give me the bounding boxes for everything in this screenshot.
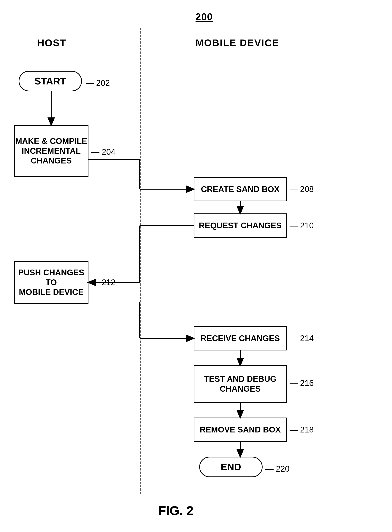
ref-208: — 208	[289, 185, 314, 194]
figure-caption: FIG. 2	[158, 503, 193, 518]
ref-202: — 202	[86, 78, 110, 88]
box-request-changes: REQUEST CHANGES	[194, 214, 287, 238]
box-create-sandbox: CREATE SAND BOX	[194, 177, 287, 201]
col-host-label: HOST	[37, 37, 66, 48]
col-mobile-label: MOBILE DEVICE	[196, 37, 279, 48]
box-test-debug: TEST AND DEBUGCHANGES	[194, 365, 287, 403]
start-node: START	[19, 71, 82, 91]
column-divider	[140, 28, 141, 494]
box-remove-sandbox: REMOVE SAND BOX	[194, 418, 287, 442]
ref-212: — 212	[91, 278, 116, 287]
box-receive-changes: RECEIVE CHANGES	[194, 326, 287, 351]
ref-218: — 218	[289, 425, 314, 434]
diagram-container: 200 HOST MOBILE DEVICE START — 202 MAKE …	[0, 0, 392, 532]
ref-220: — 220	[265, 464, 289, 474]
ref-216: — 216	[289, 378, 314, 388]
end-node: END	[199, 457, 263, 477]
ref-204: — 204	[91, 147, 116, 157]
ref-210: — 210	[289, 221, 314, 230]
box-make-compile: MAKE & COMPILEINCREMENTALCHANGES	[14, 125, 89, 177]
figure-number: 200	[196, 11, 213, 22]
ref-214: — 214	[289, 334, 314, 343]
box-push-changes: PUSH CHANGES TOMOBILE DEVICE	[14, 261, 89, 304]
